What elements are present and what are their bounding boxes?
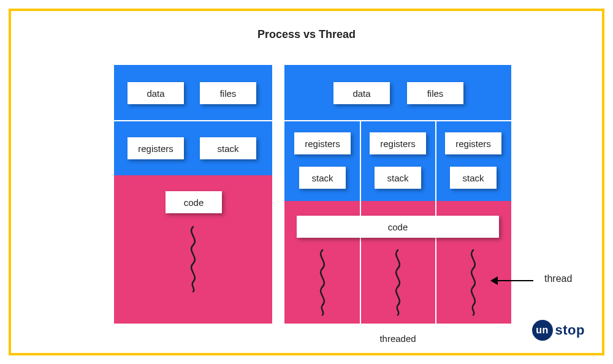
thread-annotation-label: thread [544, 273, 572, 284]
diagram-title: Process vs Thread [11, 28, 602, 41]
thread-2-stack-box: stack [375, 167, 421, 189]
thread-1-squiggle-icon [314, 249, 331, 316]
process-stack-box: stack [200, 137, 256, 159]
thread-3-registers-box: registers [445, 132, 501, 154]
brand-logo-badge: un [532, 320, 553, 341]
thread-arrow-icon [490, 275, 539, 287]
thread-2-squiggle-icon [389, 249, 406, 316]
process-thread-squiggle-icon [185, 226, 202, 293]
thread-2-registers-box: registers [370, 132, 426, 154]
threaded-block: data files registers registers registers… [284, 65, 511, 324]
process-registers-box: registers [128, 137, 184, 159]
process-files-box: files [200, 82, 256, 104]
threaded-h-divider [284, 120, 511, 121]
thread-3-squiggle-icon [465, 249, 482, 316]
diagram-stage: data files registers stack code data fil… [11, 54, 602, 353]
process-data-box: data [128, 82, 184, 104]
threaded-code-box: code [297, 216, 499, 238]
thread-3-stack-box: stack [450, 167, 497, 189]
thread-1-stack-box: stack [299, 167, 346, 189]
threaded-files-box: files [407, 82, 463, 104]
thread-1-registers-box: registers [294, 132, 351, 154]
brand-logo-text: stop [555, 322, 585, 338]
brand-logo: un stop [532, 320, 585, 341]
process-code-box: code [166, 191, 222, 213]
threaded-caption: threaded [284, 333, 511, 344]
threaded-data-box: data [333, 82, 390, 104]
process-block: data files registers stack code [114, 65, 272, 324]
process-divider [114, 120, 272, 121]
